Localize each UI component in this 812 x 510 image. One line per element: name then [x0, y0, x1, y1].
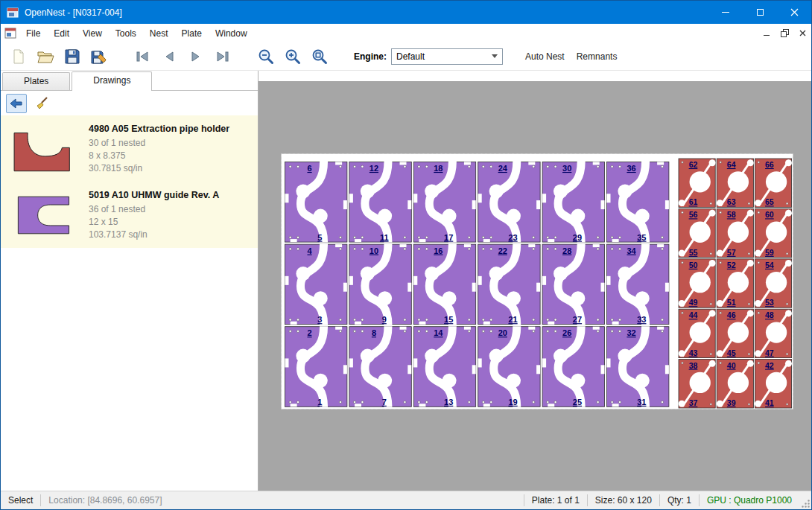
part-number[interactable]: 13: [444, 398, 453, 407]
part-purple[interactable]: [607, 327, 669, 407]
part-number[interactable]: 10: [369, 246, 378, 255]
next-plate-button[interactable]: [183, 45, 209, 68]
first-plate-button[interactable]: [129, 45, 156, 68]
part-number[interactable]: 49: [689, 298, 698, 307]
new-file-button[interactable]: [5, 45, 32, 68]
part-number[interactable]: 12: [369, 164, 378, 173]
menu-nest[interactable]: Nest: [143, 25, 175, 42]
zoom-out-button[interactable]: [253, 45, 279, 68]
part-number[interactable]: 51: [727, 298, 736, 307]
part-number[interactable]: 3: [317, 315, 322, 324]
part-purple[interactable]: [413, 327, 475, 407]
part-number[interactable]: 25: [573, 398, 582, 407]
child-close-button[interactable]: [793, 24, 811, 42]
tab-plates[interactable]: Plates: [2, 72, 70, 90]
part-purple[interactable]: [349, 244, 411, 325]
menu-view[interactable]: View: [76, 25, 109, 42]
zoom-fit-button[interactable]: [306, 45, 333, 68]
part-number[interactable]: 33: [637, 315, 646, 324]
part-number[interactable]: 41: [765, 398, 774, 407]
part-number[interactable]: 27: [573, 315, 582, 324]
part-number[interactable]: 46: [727, 310, 736, 319]
menu-tools[interactable]: Tools: [109, 25, 143, 42]
menu-file[interactable]: File: [19, 25, 47, 42]
part-number[interactable]: 32: [627, 328, 635, 337]
part-number[interactable]: 47: [765, 348, 774, 357]
part-number[interactable]: 20: [498, 328, 507, 337]
part-purple[interactable]: [478, 244, 540, 325]
menu-edit[interactable]: Edit: [47, 25, 76, 42]
part-number[interactable]: 26: [562, 328, 571, 337]
part-purple[interactable]: [542, 327, 604, 407]
part-number[interactable]: 45: [727, 348, 736, 357]
part-number[interactable]: 60: [765, 210, 774, 219]
part-purple[interactable]: [542, 244, 604, 325]
part-purple[interactable]: [413, 244, 475, 325]
open-file-button[interactable]: [32, 45, 59, 68]
part-purple[interactable]: [607, 244, 669, 325]
part-number[interactable]: 2: [307, 328, 311, 337]
part-number[interactable]: 17: [444, 233, 453, 242]
part-number[interactable]: 55: [689, 248, 698, 257]
part-purple[interactable]: [349, 162, 411, 243]
remnants-button[interactable]: Remnants: [571, 47, 624, 66]
part-number[interactable]: 61: [689, 197, 698, 206]
engine-select[interactable]: Default: [391, 48, 503, 65]
part-purple[interactable]: [478, 162, 540, 243]
part-number[interactable]: 66: [765, 160, 774, 169]
menu-plate[interactable]: Plate: [175, 25, 209, 42]
part-number[interactable]: 38: [689, 361, 698, 370]
zoom-in-button[interactable]: [279, 45, 306, 68]
part-number[interactable]: 7: [382, 398, 387, 407]
part-number[interactable]: 4: [307, 246, 312, 255]
part-number[interactable]: 50: [689, 261, 698, 270]
part-number[interactable]: 15: [444, 315, 453, 324]
save-as-button[interactable]: [86, 45, 112, 68]
part-number[interactable]: 31: [637, 398, 646, 407]
resize-grip-icon[interactable]: [799, 491, 811, 509]
part-number[interactable]: 1: [317, 398, 322, 407]
part-number[interactable]: 65: [765, 197, 774, 206]
part-number[interactable]: 53: [765, 298, 774, 307]
part-number[interactable]: 16: [434, 246, 443, 255]
part-number[interactable]: 63: [727, 197, 736, 206]
tab-drawings[interactable]: Drawings: [72, 71, 152, 91]
previous-plate-button[interactable]: [156, 45, 183, 68]
part-number[interactable]: 5: [317, 233, 322, 242]
part-purple[interactable]: [607, 162, 669, 243]
part-number[interactable]: 35: [637, 233, 646, 242]
part-number[interactable]: 8: [372, 328, 376, 337]
part-number[interactable]: 21: [508, 315, 517, 324]
part-number[interactable]: 40: [727, 361, 736, 370]
nest-plate-svg[interactable]: 6512111817242330293635431091615222128273…: [281, 153, 793, 409]
part-number[interactable]: 36: [627, 164, 635, 173]
child-restore-button[interactable]: [775, 24, 793, 42]
part-number[interactable]: 18: [434, 164, 443, 173]
part-purple[interactable]: [285, 327, 347, 407]
import-drawing-button[interactable]: [6, 94, 27, 113]
part-number[interactable]: 29: [573, 233, 582, 242]
part-number[interactable]: 11: [380, 233, 389, 242]
part-number[interactable]: 14: [434, 328, 443, 337]
part-number[interactable]: 62: [689, 160, 698, 169]
part-number[interactable]: 6: [307, 164, 311, 173]
part-number[interactable]: 9: [382, 315, 387, 324]
part-number[interactable]: 52: [727, 261, 736, 270]
part-number[interactable]: 22: [498, 246, 507, 255]
part-number[interactable]: 28: [562, 246, 571, 255]
window-maximize-button[interactable]: [743, 1, 777, 24]
part-purple[interactable]: [349, 327, 411, 407]
part-number[interactable]: 42: [765, 361, 774, 370]
canvas-body[interactable]: 6512111817242330293635431091615222128273…: [258, 81, 811, 491]
part-number[interactable]: 54: [765, 261, 774, 270]
part-number[interactable]: 56: [689, 210, 698, 219]
part-number[interactable]: 44: [689, 310, 698, 319]
part-number[interactable]: 58: [727, 210, 736, 219]
part-number[interactable]: 19: [508, 398, 517, 407]
part-number[interactable]: 24: [498, 164, 508, 173]
part-number[interactable]: 30: [562, 164, 571, 173]
part-purple[interactable]: [285, 162, 347, 243]
window-close-button[interactable]: [777, 1, 811, 24]
part-number[interactable]: 34: [627, 246, 636, 255]
part-number[interactable]: 48: [765, 310, 774, 319]
